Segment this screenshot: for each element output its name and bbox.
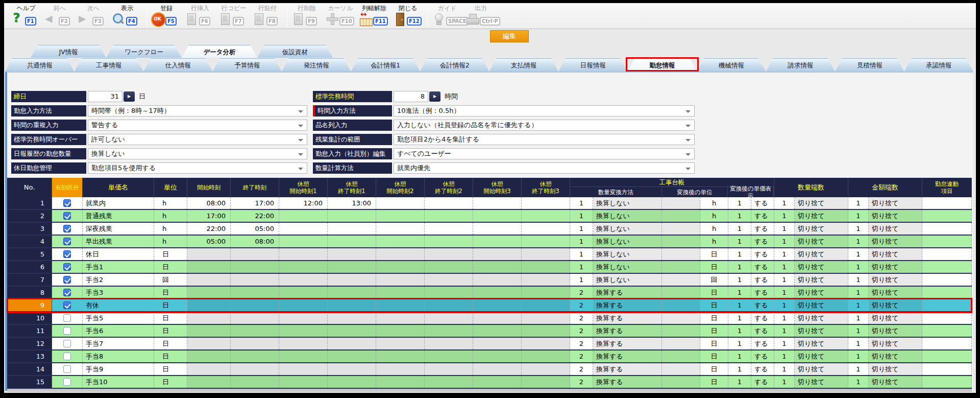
arrow-left-icon (44, 12, 58, 26)
inner-tab-12[interactable]: 見積情報 (835, 58, 904, 72)
enabled-checkbox[interactable] (63, 225, 71, 232)
unit-price-name: 手当8 (83, 350, 154, 362)
form-row: 時間入力方法10進法（例：0.5h） (313, 105, 695, 116)
dropdown[interactable]: 入力しない（社員登録の品名を常に優先する） (394, 120, 695, 131)
tab-label: 会計情報2 (420, 58, 489, 72)
outer-tab-2[interactable]: データ分析 (182, 45, 257, 58)
dropdown[interactable]: 勤怠項目5を使用する (88, 162, 307, 174)
toolbar-button-f5[interactable]: 登録F5 (150, 3, 183, 29)
enabled-checkbox[interactable] (63, 301, 71, 309)
numeric-input[interactable]: 8 (394, 91, 428, 102)
table-row-9[interactable]: 9有休日2換算する日1する1切り捨て1切り捨て (7, 299, 972, 312)
row-number: 12 (7, 338, 52, 349)
inner-tab-4[interactable]: 発注情報 (282, 58, 351, 72)
table-row-1[interactable]: 1就業内h08:0017:0012:0013:001換算しないh1する1切り捨て… (7, 197, 972, 210)
amt-rounding-value: 切り捨て (869, 363, 922, 375)
enabled-checkbox[interactable] (63, 327, 71, 335)
inner-tab-9[interactable]: 勤怠情報 (628, 58, 697, 72)
unit-price-name: 手当7 (83, 338, 154, 349)
field-label: 残業集計の範囲 (313, 134, 392, 145)
price-display-code: 1 (728, 363, 751, 375)
break1-end (328, 325, 376, 337)
spin-button[interactable]: ▶ (429, 91, 440, 102)
break3-start (473, 287, 522, 298)
conversion-code: 2 (570, 312, 593, 324)
break1-start (279, 325, 328, 337)
enabled-checkbox[interactable] (63, 289, 71, 296)
inner-tab-1[interactable]: 工事情報 (75, 58, 144, 72)
toolbar-button-f11[interactable]: 列幅解除F11 (357, 3, 391, 29)
attendance-link-cell (922, 376, 972, 388)
enabled-checkbox[interactable] (63, 263, 71, 271)
outer-tab-1[interactable]: ワークフロー (106, 45, 182, 58)
table-row-15[interactable]: 15手当10日2換算する日1する1切り捨て1切り捨て (7, 376, 972, 389)
inner-tab-5[interactable]: 会計情報1 (351, 58, 421, 72)
start-time (187, 376, 231, 388)
cursor-icon (325, 12, 339, 26)
dropdown[interactable]: 就業内優先 (394, 162, 695, 174)
toolbar-button-f1[interactable]: ヘルプF1 (9, 3, 43, 29)
numeric-input[interactable]: 31 (88, 91, 122, 102)
table-row-10[interactable]: 10手当5日2換算する日1する1切り捨て1切り捨て (7, 312, 972, 325)
tab-label: 勤怠情報 (628, 58, 697, 72)
inner-tab-0[interactable]: 共通情報 (5, 58, 75, 72)
break2-end (425, 363, 473, 375)
converted-unit-spacer (662, 287, 700, 298)
inner-tab-2[interactable]: 仕入情報 (143, 58, 213, 72)
row-number: 2 (7, 210, 52, 222)
toolbar-button-f4[interactable]: 表示F4 (110, 3, 144, 29)
dropdown[interactable]: 時間帯（例：8時～17時） (88, 105, 307, 116)
dropdown[interactable]: 勤怠項目2から4を集計する (394, 134, 695, 145)
inner-tab-7[interactable]: 支払情報 (489, 58, 559, 72)
price-display-value: する (751, 248, 774, 260)
table-row-4[interactable]: 4早出残業h05:0008:001換算しないh1する1切り捨て1切り捨て (7, 236, 972, 248)
outer-tab-0[interactable]: JV情報 (31, 45, 106, 58)
table-row-3[interactable]: 3深夜残業h22:0005:001換算しないh1する1切り捨て1切り捨て (7, 223, 972, 236)
enabled-checkbox[interactable] (63, 199, 71, 207)
dropdown[interactable]: 換算しない (88, 148, 307, 159)
dropdown[interactable]: すべてのユーザー (394, 148, 695, 159)
form-row: 勤怠入力方法時間帯（例：8時～17時） (11, 105, 307, 116)
dropdown[interactable]: 10進法（例：0.5h） (394, 105, 695, 116)
enabled-checkbox[interactable] (63, 365, 71, 373)
inner-tab-10[interactable]: 機械情報 (697, 58, 766, 72)
table-row-12[interactable]: 12手当7日2換算する日1する1切り捨て1切り捨て (7, 338, 972, 350)
inner-tab-6[interactable]: 会計情報2 (420, 58, 489, 72)
spin-button[interactable]: ▶ (124, 91, 135, 102)
price-display-value: する (751, 325, 774, 337)
converted-unit-spacer (662, 363, 700, 375)
table-row-13[interactable]: 13手当8日2換算する日1する1切り捨て1切り捨て (7, 350, 972, 363)
dropdown[interactable]: 警告する (88, 120, 307, 131)
table-row-8[interactable]: 8手当3日2換算する日1する1切り捨て1切り捨て (7, 287, 972, 299)
amt-rounding-value: 切り捨て (869, 210, 922, 222)
enabled-checkbox[interactable] (63, 238, 71, 245)
enabled-checkbox[interactable] (63, 340, 71, 347)
table-row-11[interactable]: 11手当6日2換算する日1する1切り捨て1切り捨て (7, 325, 972, 338)
qty-rounding-value: 切り捨て (795, 261, 848, 273)
table-row-7[interactable]: 7手当2回1換算しない回1する1切り捨て1切り捨て (7, 274, 972, 287)
price-display-value: する (751, 197, 774, 209)
outer-tab-3[interactable]: 仮設資材 (257, 45, 333, 58)
break3-end (522, 248, 570, 260)
inner-tab-13[interactable]: 承認情報 (904, 58, 974, 72)
enabled-checkbox[interactable] (63, 378, 71, 386)
dropdown[interactable]: 許可しない (88, 134, 307, 145)
enabled-checkbox[interactable] (63, 314, 71, 322)
break2-start (376, 236, 425, 247)
tab-label: 仮設資材 (257, 45, 333, 58)
toolbar-button-f12[interactable]: 閉じるF12 (391, 3, 425, 29)
table-row-5[interactable]: 5休日日1換算しない日1する1切り捨て1切り捨て (7, 248, 972, 261)
edit-button[interactable]: 編集 (490, 30, 529, 42)
conversion-code: 1 (570, 274, 593, 286)
inner-tab-11[interactable]: 請求情報 (766, 58, 836, 72)
table-row-6[interactable]: 6手当1日1換算しない日1する1切り捨て1切り捨て (7, 261, 972, 274)
table-row-2[interactable]: 2普通残業h17:0022:001換算しないh1する1切り捨て1切り捨て (7, 210, 972, 223)
inner-tab-3[interactable]: 予算情報 (213, 58, 282, 72)
enabled-checkbox[interactable] (63, 353, 71, 360)
table-row-14[interactable]: 14手当9日2換算する日1する1切り捨て1切り捨て (7, 363, 972, 376)
inner-tab-8[interactable]: 日報情報 (558, 58, 628, 72)
enabled-checkbox[interactable] (63, 212, 71, 220)
enabled-checkbox[interactable] (63, 276, 71, 284)
conversion-code: 1 (570, 223, 593, 235)
enabled-checkbox[interactable] (63, 250, 71, 258)
